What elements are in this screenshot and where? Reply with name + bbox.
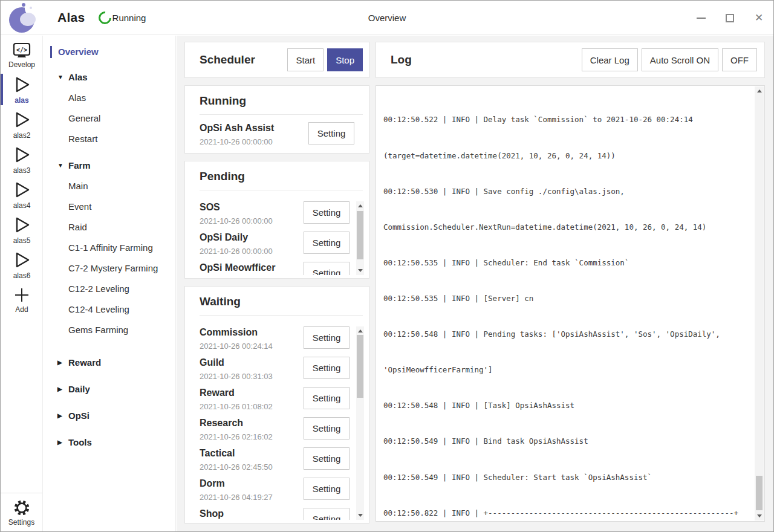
setting-button[interactable]: Setting bbox=[304, 262, 350, 275]
nav-group-tools[interactable]: Tools bbox=[43, 432, 175, 453]
nav-group-opsi[interactable]: OpSi bbox=[43, 406, 175, 426]
task-time: 2021-10-26 04:19:27 bbox=[200, 493, 301, 502]
sidebar-item-restart[interactable]: Restart bbox=[43, 129, 175, 149]
minimize-button[interactable] bbox=[695, 12, 707, 24]
log-panel: 00:12:50.522 | INFO | Delay task `Commis… bbox=[376, 85, 765, 522]
waiting-card: Waiting Commission 2021-10-26 00:24:14 S… bbox=[184, 286, 369, 524]
iconbar-item-alas3[interactable]: alas3 bbox=[1, 142, 43, 177]
play-icon bbox=[13, 250, 31, 270]
setting-button[interactable]: Setting bbox=[304, 357, 350, 379]
sidebar-item-gems-farming[interactable]: Gems Farming bbox=[43, 320, 175, 340]
nav-group-farm[interactable]: Farm bbox=[43, 155, 175, 176]
log-text: 00:12:50.522 | INFO | Delay task `Commis… bbox=[383, 90, 750, 519]
iconbar-item-label: alas5 bbox=[13, 236, 31, 245]
iconbar-item-alas[interactable]: alas bbox=[1, 72, 43, 107]
scroll-down-icon bbox=[358, 514, 363, 517]
task-row: Shop Setting bbox=[200, 508, 350, 520]
iconbar-item-develop[interactable]: </> Develop bbox=[1, 39, 43, 72]
sidebar-item-c1-1-affinity-farming[interactable]: C1-1 Affinity Farming bbox=[43, 238, 175, 258]
setting-button[interactable]: Setting bbox=[304, 447, 350, 470]
running-status: Running bbox=[112, 13, 146, 23]
task-row: OpSi Daily 2021-10-26 00:00:00 Setting bbox=[200, 232, 350, 262]
sidebar-item-overview[interactable]: Overview bbox=[43, 43, 175, 61]
task-info: Dorm 2021-10-26 04:19:27 bbox=[200, 478, 301, 502]
task-time: 2021-10-26 02:16:02 bbox=[200, 432, 301, 441]
log-card: Log Clear Log Auto Scroll ON OFF bbox=[376, 42, 765, 78]
scroll-up-icon bbox=[358, 204, 363, 207]
iconbar-item-alas5[interactable]: alas5 bbox=[1, 212, 43, 247]
task-name: Dorm bbox=[200, 478, 301, 489]
iconbar-item-add[interactable]: Add bbox=[1, 282, 43, 317]
setting-button[interactable]: Setting bbox=[304, 326, 350, 349]
iconbar-item-settings[interactable]: Settings bbox=[1, 493, 42, 531]
app-title: Alas bbox=[57, 10, 85, 25]
auto-scroll-on-button[interactable]: Auto Scroll ON bbox=[642, 48, 718, 71]
task-info: OpSi Meowfficer Farming bbox=[200, 262, 301, 275]
setting-button[interactable]: Setting bbox=[304, 387, 350, 409]
maximize-button[interactable] bbox=[724, 12, 736, 24]
start-button[interactable]: Start bbox=[287, 48, 324, 71]
window-controls: ✕ bbox=[695, 1, 765, 35]
task-info: Guild 2021-10-26 00:31:03 bbox=[200, 357, 301, 381]
task-time: 2021-10-26 00:00:00 bbox=[200, 216, 301, 225]
scroll-thumb[interactable] bbox=[756, 476, 763, 510]
waiting-scrollbar[interactable] bbox=[356, 326, 364, 520]
setting-button[interactable]: Setting bbox=[304, 508, 350, 520]
iconbar-item-alas6[interactable]: alas6 bbox=[1, 247, 43, 282]
caret-right-icon bbox=[57, 432, 68, 453]
setting-button[interactable]: Setting bbox=[304, 478, 350, 500]
close-icon: ✕ bbox=[755, 13, 763, 23]
sidebar-item-c12-4-leveling[interactable]: C12-4 Leveling bbox=[43, 299, 175, 320]
app-logo-icon bbox=[5, 2, 43, 33]
task-name: Commission bbox=[200, 326, 301, 338]
task-name: Tactical bbox=[200, 447, 301, 459]
task-name: OpSi Ash Assist bbox=[200, 122, 301, 134]
setting-button[interactable]: Setting bbox=[304, 201, 350, 224]
gear-icon bbox=[13, 499, 31, 517]
sidebar-item-event[interactable]: Event bbox=[43, 196, 175, 217]
stop-button[interactable]: Stop bbox=[327, 48, 363, 71]
divider bbox=[200, 190, 363, 190]
scroll-thumb[interactable] bbox=[357, 211, 363, 259]
sidebar-item-raid[interactable]: Raid bbox=[43, 217, 175, 238]
task-time: 2021-10-26 00:00:00 bbox=[200, 247, 301, 256]
sidebar-item-general[interactable]: General bbox=[43, 108, 175, 129]
task-name: Reward bbox=[200, 387, 301, 398]
sidebar-item-c12-2-leveling[interactable]: C12-2 Leveling bbox=[43, 279, 175, 299]
caret-right-icon bbox=[57, 379, 68, 400]
running-title: Running bbox=[200, 94, 363, 108]
iconbar-item-alas2[interactable]: alas2 bbox=[1, 107, 43, 142]
sidebar-item-main[interactable]: Main bbox=[43, 176, 175, 196]
iconbar-item-alas4[interactable]: alas4 bbox=[1, 177, 43, 212]
task-info: SOS 2021-10-26 00:00:00 bbox=[200, 201, 301, 225]
task-info: Reward 2021-10-26 01:08:02 bbox=[200, 387, 301, 411]
maximize-icon bbox=[726, 14, 734, 22]
scroll-thumb[interactable] bbox=[357, 335, 363, 398]
nav-group-daily[interactable]: Daily bbox=[43, 379, 175, 400]
nav-group-reward[interactable]: Reward bbox=[43, 352, 175, 373]
log-line: 00:12:50.549 | INFO | Scheduler: Start t… bbox=[383, 472, 750, 484]
sidebar-item-c7-2-mystery-farming[interactable]: C7-2 Mystery Farming bbox=[43, 258, 175, 279]
task-row: OpSi Ash Assist 2021-10-26 00:00:00 Sett… bbox=[200, 122, 354, 152]
log-title: Log bbox=[391, 53, 582, 66]
pending-title: Pending bbox=[200, 170, 363, 183]
pending-scrollbar[interactable] bbox=[356, 201, 364, 275]
nav-group-alas[interactable]: Alas bbox=[43, 67, 175, 88]
setting-button[interactable]: Setting bbox=[304, 417, 350, 440]
task-info: Shop bbox=[200, 508, 301, 520]
caret-right-icon bbox=[57, 352, 68, 373]
task-time: 2021-10-26 00:24:14 bbox=[200, 342, 301, 351]
setting-button[interactable]: Setting bbox=[304, 232, 350, 254]
pending-card: Pending SOS 2021-10-26 00:00:00 Setting bbox=[184, 161, 369, 279]
clear-log-button[interactable]: Clear Log bbox=[582, 48, 638, 71]
task-info: Commission 2021-10-26 00:24:14 bbox=[200, 326, 301, 351]
scheduler-card: Scheduler Start Stop bbox=[184, 42, 369, 78]
sidebar-item-alas[interactable]: Alas bbox=[43, 88, 175, 108]
setting-button[interactable]: Setting bbox=[308, 122, 354, 144]
close-button[interactable]: ✕ bbox=[753, 12, 765, 24]
auto-scroll-off-button[interactable]: OFF bbox=[722, 48, 757, 71]
nav-group-label: Reward bbox=[68, 352, 101, 373]
iconbar-item-label: alas bbox=[15, 96, 28, 105]
scroll-up-icon bbox=[757, 89, 762, 92]
log-scrollbar[interactable] bbox=[755, 86, 764, 521]
